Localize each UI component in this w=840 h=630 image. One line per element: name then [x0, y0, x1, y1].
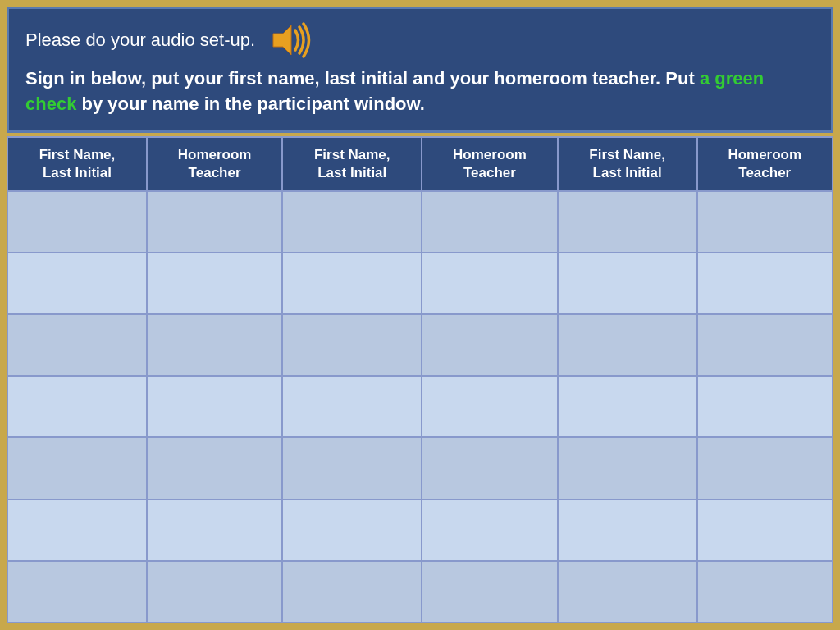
cell-r1-c5[interactable] — [697, 253, 833, 314]
page-wrapper: Please do your audio set-up. Sign in bel… — [0, 0, 840, 630]
cell-r3-c5[interactable] — [697, 376, 833, 437]
cell-r0-c3[interactable] — [422, 191, 557, 253]
cell-r5-c1[interactable] — [147, 500, 282, 561]
header-line1: Please do your audio set-up. — [25, 22, 815, 58]
cell-r3-c2[interactable] — [282, 376, 422, 437]
cell-r2-c0[interactable] — [7, 314, 147, 376]
cell-r5-c4[interactable] — [558, 500, 697, 561]
col-header-1: First Name,Last Initial — [7, 137, 147, 191]
cell-r6-c2[interactable] — [282, 561, 422, 623]
header-box: Please do your audio set-up. Sign in bel… — [7, 7, 833, 133]
table-row[interactable] — [7, 253, 833, 314]
cell-r1-c0[interactable] — [7, 253, 147, 314]
speaker-icon — [268, 22, 311, 58]
cell-r3-c1[interactable] — [147, 376, 282, 437]
cell-r2-c4[interactable] — [558, 314, 697, 376]
cell-r4-c0[interactable] — [7, 437, 147, 499]
cell-r0-c2[interactable] — [282, 191, 422, 253]
cell-r6-c4[interactable] — [558, 561, 697, 623]
header-text-line1: Please do your audio set-up. — [25, 28, 255, 53]
cell-r1-c3[interactable] — [422, 253, 557, 314]
cell-r5-c0[interactable] — [7, 500, 147, 561]
cell-r3-c0[interactable] — [7, 376, 147, 437]
cell-r0-c1[interactable] — [147, 191, 282, 253]
cell-r0-c0[interactable] — [7, 191, 147, 253]
cell-r2-c3[interactable] — [422, 314, 557, 376]
cell-r1-c2[interactable] — [282, 253, 422, 314]
cell-r6-c1[interactable] — [147, 561, 282, 623]
col-header-4: HomeroomTeacher — [422, 137, 557, 191]
cell-r6-c0[interactable] — [7, 561, 147, 623]
cell-r3-c3[interactable] — [422, 376, 557, 437]
signup-table: First Name,Last Initial HomeroomTeacher … — [7, 136, 833, 623]
cell-r5-c3[interactable] — [422, 500, 557, 561]
col-header-6: HomeroomTeacher — [697, 137, 833, 191]
cell-r0-c4[interactable] — [558, 191, 697, 253]
cell-r3-c4[interactable] — [558, 376, 697, 437]
table-wrapper: First Name,Last Initial HomeroomTeacher … — [7, 136, 833, 623]
cell-r2-c1[interactable] — [147, 314, 282, 376]
table-header-row: First Name,Last Initial HomeroomTeacher … — [7, 137, 833, 191]
cell-r1-c1[interactable] — [147, 253, 282, 314]
cell-r2-c2[interactable] — [282, 314, 422, 376]
col-header-2: HomeroomTeacher — [147, 137, 282, 191]
cell-r4-c3[interactable] — [422, 437, 557, 499]
table-row[interactable] — [7, 314, 833, 376]
table-row[interactable] — [7, 376, 833, 437]
col-header-5: First Name,Last Initial — [558, 137, 697, 191]
green-check-text: a green check — [25, 68, 764, 114]
header-text-line2: Sign in below, put your first name, last… — [25, 66, 815, 117]
cell-r1-c4[interactable] — [558, 253, 697, 314]
cell-r4-c1[interactable] — [147, 437, 282, 499]
col-header-3: First Name,Last Initial — [282, 137, 422, 191]
table-row[interactable] — [7, 561, 833, 623]
table-row[interactable] — [7, 500, 833, 561]
cell-r5-c2[interactable] — [282, 500, 422, 561]
cell-r4-c2[interactable] — [282, 437, 422, 499]
table-row[interactable] — [7, 437, 833, 499]
table-row[interactable] — [7, 191, 833, 253]
cell-r6-c3[interactable] — [422, 561, 557, 623]
cell-r0-c5[interactable] — [697, 191, 833, 253]
svg-marker-0 — [273, 25, 291, 55]
cell-r6-c5[interactable] — [697, 561, 833, 623]
cell-r4-c4[interactable] — [558, 437, 697, 499]
cell-r2-c5[interactable] — [697, 314, 833, 376]
cell-r4-c5[interactable] — [697, 437, 833, 499]
cell-r5-c5[interactable] — [697, 500, 833, 561]
